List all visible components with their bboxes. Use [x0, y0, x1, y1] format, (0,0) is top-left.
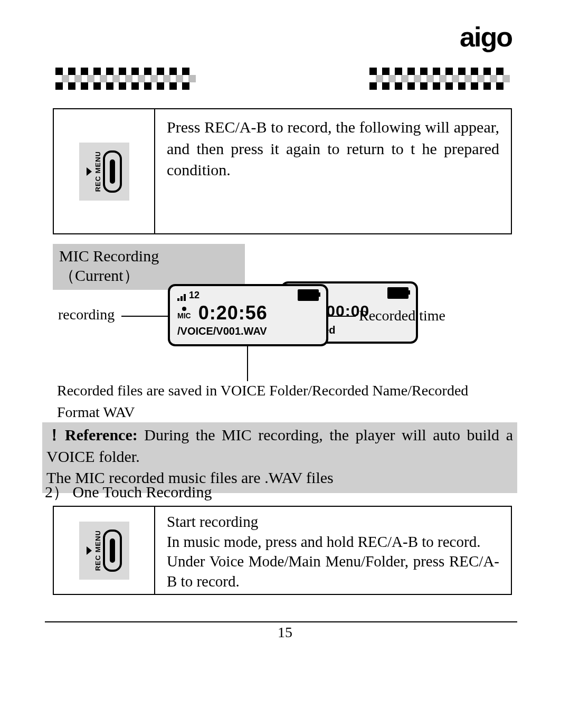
button-oval-icon	[103, 150, 122, 193]
lcd-screen-recording: 12 MIC 0:20:56 /VOICE/V001.WAV	[168, 284, 328, 346]
decorative-pattern-right	[369, 68, 512, 90]
manual-page: aigo REC MENU Press REC/A-B to record, t…	[0, 0, 570, 728]
button-oval-icon	[103, 530, 122, 572]
instruction-table-1: REC MENU Press REC/A-B to record, the fo…	[53, 108, 512, 234]
signal-icon	[177, 294, 186, 301]
instruction-text-cell: Press REC/A-B to record, the following w…	[155, 109, 511, 233]
rec-menu-label: REC MENU	[94, 530, 102, 571]
battery-icon	[298, 289, 319, 301]
annotation-recorded-time: Recorded time	[359, 307, 445, 324]
reference-label: ！Reference:	[46, 426, 138, 443]
saved-description: Recorded files are saved in VOICE Folder…	[57, 380, 512, 423]
filepath-text: /VOICE/V001.WAV	[177, 325, 319, 337]
annotation-recording: recording	[58, 306, 115, 323]
instruction-table-2: REC MENU Start recording In music mode, …	[53, 506, 512, 595]
button-illustration-cell: REC MENU	[54, 507, 155, 594]
decorative-pattern-left	[55, 68, 198, 90]
play-arrow-icon	[87, 546, 92, 555]
page-number: 15	[0, 624, 570, 641]
button-illustration-cell: REC MENU	[54, 109, 155, 233]
mic-indicator: MIC	[177, 307, 191, 319]
track-number: 12	[189, 290, 200, 301]
brand-logo: aigo	[460, 21, 512, 53]
mic-recording-heading: MIC Recording （Current）	[53, 244, 245, 290]
instruction-text-2: Start recording In music mode, press and…	[155, 507, 511, 594]
rec-menu-label: REC MENU	[94, 151, 102, 192]
callout-line	[121, 316, 169, 317]
section-2-heading: 2） One Touch Recording	[45, 481, 212, 503]
battery-icon	[387, 287, 408, 299]
rec-menu-button-illustration: REC MENU	[79, 143, 129, 201]
rec-menu-button-illustration: REC MENU	[79, 522, 129, 580]
instruction-text: Press REC/A-B to record, the following w…	[167, 118, 499, 178]
timer-display: 0:20:56	[198, 302, 268, 324]
play-arrow-icon	[87, 167, 92, 176]
callout-line	[247, 346, 248, 381]
callout-line	[327, 316, 356, 317]
footer-rule	[45, 621, 517, 622]
